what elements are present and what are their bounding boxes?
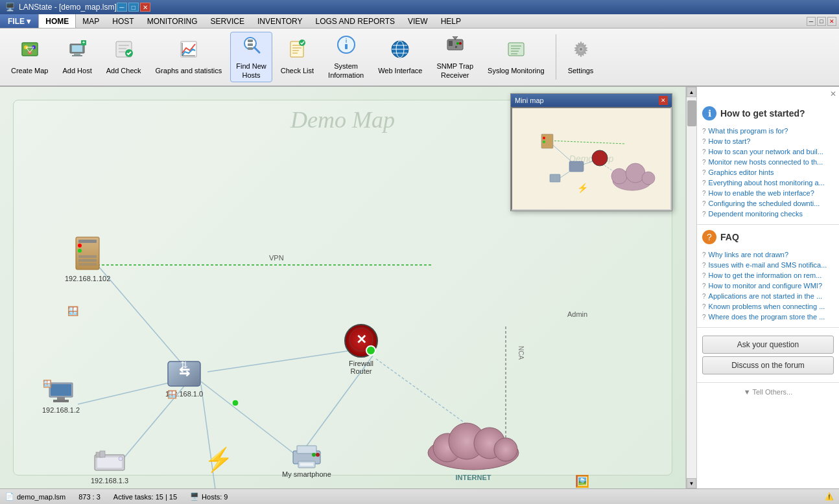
admin-label: Admin [567, 310, 587, 318]
discuss-forum-button[interactable]: Discuss on the forum [702, 356, 834, 374]
menu-home[interactable]: HOME [38, 14, 76, 28]
faq-link-2[interactable]: ? Issues with e-mail and SMS notifica... [702, 260, 834, 270]
server-node[interactable]: 192.168.1.102 [65, 236, 110, 282]
menu-file[interactable]: FILE ▾ [0, 14, 38, 28]
svg-point-108 [543, 141, 545, 143]
firewall-node[interactable]: ✕ FirewallRouter [344, 323, 379, 375]
menu-view[interactable]: VIEW [401, 14, 434, 28]
mini-map-title-bar[interactable]: Mini map ✕ [511, 94, 672, 107]
svg-rect-109 [569, 161, 584, 172]
lightning-icon: ⚡ [204, 446, 233, 474]
check-list-button[interactable]: Check List [275, 32, 320, 82]
faq-link-7[interactable]: ? Where does the program store the ... [702, 312, 834, 322]
svg-text:⇅: ⇅ [180, 360, 188, 370]
scroll-up-button[interactable]: ▲ [687, 87, 696, 97]
faq-link-icon-2: ? [702, 262, 706, 269]
svg-rect-110 [550, 174, 560, 182]
create-map-button[interactable]: Create Map [5, 32, 54, 82]
scroll-track [687, 97, 696, 478]
svg-point-31 [299, 40, 305, 46]
workstation1-windows-icon: 🪟 [43, 380, 52, 388]
snmp-trap-button[interactable]: SNMP TrapReceiver [431, 32, 479, 82]
side-panel-close-button[interactable]: ✕ [830, 89, 836, 98]
faq-section: ? FAQ ? Why links are not drawn? ? Issue… [697, 225, 839, 328]
mdi-close-button[interactable]: ✕ [827, 17, 836, 26]
link-icon-8: ? [702, 200, 706, 207]
system-info-button[interactable]: i SystemInformation [322, 32, 370, 82]
add-check-icon [113, 39, 134, 64]
link-dependent-checks[interactable]: ? Dependent monitoring checks [702, 209, 834, 219]
settings-button[interactable]: Settings [561, 32, 600, 82]
maximize-button[interactable]: □ [128, 3, 139, 12]
scroll-thumb[interactable] [687, 100, 696, 126]
printer-node[interactable]: My smartphone [282, 443, 331, 478]
menu-logs[interactable]: LOGS AND REPORTS [309, 14, 401, 28]
link-icon-3: ? [702, 148, 706, 155]
link-how-to-start[interactable]: ? How to start? [702, 136, 834, 146]
side-buttons-section: Ask your question Discuss on the forum [697, 328, 839, 383]
add-host-button[interactable]: + Add Host [56, 32, 97, 82]
ask-question-button[interactable]: Ask your question [702, 336, 834, 354]
close-button[interactable]: ✕ [140, 3, 150, 12]
web-interface-button[interactable]: Web Interface [372, 32, 428, 82]
svg-point-111 [592, 150, 608, 166]
add-host-label: Add Host [62, 67, 91, 75]
scroll-down-button[interactable]: ▼ [687, 478, 696, 488]
map-area[interactable]: Demo Map [0, 87, 686, 488]
faq-link-5[interactable]: ? Applications are not started in the ..… [702, 291, 834, 301]
link-host-monitoring[interactable]: ? Everything about host monitoring a... [702, 178, 834, 188]
link-graphics-hints[interactable]: ? Graphics editor hints [702, 167, 834, 178]
svg-rect-24 [248, 43, 253, 46]
link-scheduled-downtime[interactable]: ? Configuring the scheduled downti... [702, 198, 834, 209]
active-tasks-status: Active tasks: 15 | 15 [113, 493, 177, 501]
menu-inventory[interactable]: INVENTORY [251, 14, 309, 28]
faq-link-icon-5: ? [702, 293, 706, 300]
faq-link-3[interactable]: ? How to get the information on rem... [702, 270, 834, 281]
menu-bar: FILE ▾ HOME MAP HOST MONITORING SERVICE … [0, 14, 839, 29]
faq-link-6[interactable]: ? Known problems when connecting ... [702, 301, 834, 312]
map-title: Demo Map [290, 106, 395, 133]
menu-service[interactable]: SERVICE [204, 14, 250, 28]
svg-point-107 [543, 137, 545, 139]
menu-host[interactable]: HOST [106, 14, 140, 28]
coordinates-status: 873 : 3 [78, 493, 100, 501]
vpn-label: VPN [269, 254, 284, 262]
add-check-button[interactable]: Add Check [100, 32, 147, 82]
link-monitor-new-hosts[interactable]: ? Monitor new hosts connected to th... [702, 157, 834, 167]
minimize-button[interactable]: ─ [117, 3, 127, 12]
link-web-interface[interactable]: ? How to enable the web interface? [702, 188, 834, 198]
svg-rect-9 [74, 53, 80, 55]
menu-map[interactable]: MAP [76, 14, 106, 28]
add-host-icon: + [67, 39, 88, 64]
link-label-2: How to start? [709, 137, 751, 145]
system-info-label: SystemInformation [328, 62, 364, 79]
menu-help[interactable]: HELP [434, 14, 467, 28]
svg-point-92 [316, 453, 320, 457]
faq-link-label-1: Why links are not drawn? [709, 251, 789, 258]
graphs-button[interactable]: Graphs and statistics [150, 32, 228, 82]
mini-map-close-button[interactable]: ✕ [659, 96, 668, 105]
find-hosts-button[interactable]: Find NewHosts [230, 32, 272, 82]
svg-point-43 [459, 42, 462, 45]
link-scan-network[interactable]: ? How to scan your network and buil... [702, 146, 834, 157]
syslog-button[interactable]: Syslog Monitoring [482, 32, 550, 82]
warning-status: ⚠️ [825, 492, 834, 501]
svg-rect-81 [100, 451, 105, 457]
link-what-program[interactable]: ? What this program is for? [702, 126, 834, 136]
firewall-label: FirewallRouter [349, 360, 373, 375]
svg-text:✕: ✕ [356, 332, 367, 347]
mdi-max-button[interactable]: □ [817, 17, 826, 26]
mdi-min-button[interactable]: ─ [807, 17, 816, 26]
svg-rect-65 [78, 240, 97, 243]
internet-node[interactable]: INTERNET [421, 414, 525, 481]
file-icon: 📄 [5, 492, 14, 501]
svg-rect-44 [455, 46, 457, 48]
status-bar: 📄 demo_map.lsm 873 : 3 Active tasks: 15 … [0, 488, 839, 504]
app-icon: 🖥️ [5, 3, 15, 12]
menu-monitoring[interactable]: MONITORING [141, 14, 204, 28]
faq-link-4[interactable]: ? How to monitor and configure WMI? [702, 281, 834, 291]
getting-started-title: How to get started? [720, 108, 805, 119]
scanner-node[interactable]: 192.168.1.3 [91, 450, 128, 485]
faq-link-label-6: Known problems when connecting ... [709, 303, 825, 310]
faq-link-1[interactable]: ? Why links are not drawn? [702, 249, 834, 260]
